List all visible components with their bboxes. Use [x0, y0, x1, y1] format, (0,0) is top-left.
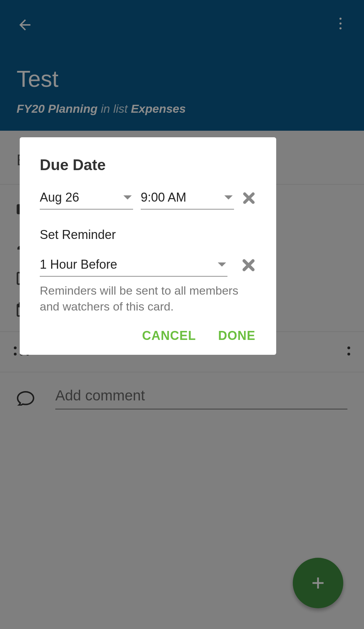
done-button[interactable]: DONE	[218, 329, 255, 343]
screen: Test FY20 Planning in list Expenses E Ad…	[0, 0, 364, 629]
chevron-down-icon	[224, 195, 233, 200]
due-date-dialog: Due Date Aug 26 9:00 AM Set Reminder 1 H…	[20, 137, 276, 355]
chevron-down-icon	[218, 262, 226, 267]
reminder-value: 1 Hour Before	[40, 257, 117, 272]
reminder-helper-text: Reminders will be sent to all members an…	[40, 283, 256, 315]
dialog-actions: CANCEL DONE	[40, 329, 256, 343]
reminder-label: Set Reminder	[40, 228, 256, 242]
time-select[interactable]: 9:00 AM	[141, 190, 234, 210]
time-value: 9:00 AM	[141, 190, 186, 205]
date-select[interactable]: Aug 26	[40, 190, 133, 210]
date-time-row: Aug 26 9:00 AM	[40, 190, 256, 210]
chevron-down-icon	[123, 195, 132, 200]
dialog-title: Due Date	[40, 156, 256, 174]
cancel-button[interactable]: CANCEL	[142, 329, 196, 343]
reminder-row: 1 Hour Before	[40, 257, 256, 277]
reminder-select[interactable]: 1 Hour Before	[40, 257, 227, 277]
clear-date-icon[interactable]	[242, 191, 256, 206]
clear-reminder-icon[interactable]	[241, 258, 256, 273]
date-value: Aug 26	[40, 190, 79, 205]
